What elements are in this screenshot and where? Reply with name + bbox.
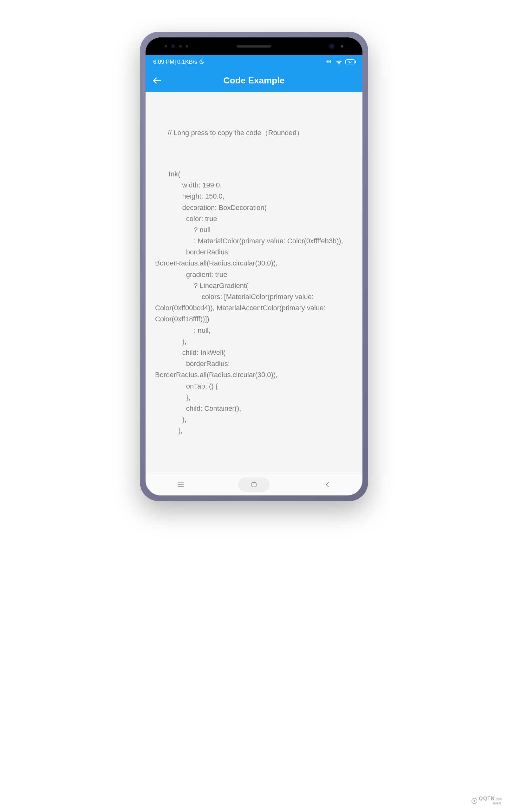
status-network-speed: 0.1KB/s xyxy=(177,59,197,65)
sensor-dot xyxy=(185,45,188,48)
dnd-moon-icon xyxy=(199,59,204,65)
watermark-text: QQTN xyxy=(479,796,495,801)
status-bar: 6:09 PM | 0.1KB/s xyxy=(145,55,363,69)
notch-area xyxy=(145,37,363,55)
screen: 6:09 PM | 0.1KB/s xyxy=(145,55,363,495)
page-title: Code Example xyxy=(223,76,285,86)
content-area[interactable]: // Long press to copy the code（Rounded） … xyxy=(145,92,363,473)
code-comment: // Long press to copy the code（Rounded） xyxy=(168,127,353,138)
status-separator: | xyxy=(175,59,177,65)
code-block[interactable]: // Long press to copy the code（Rounded） … xyxy=(155,105,353,459)
status-time: 6:09 PM xyxy=(153,59,174,65)
app-bar: Code Example xyxy=(145,69,363,92)
front-camera xyxy=(328,43,335,50)
status-left: 6:09 PM | 0.1KB/s xyxy=(153,59,204,65)
speaker-grille xyxy=(237,45,271,48)
watermark-logo-icon xyxy=(471,798,477,804)
phone-frame: 6:09 PM | 0.1KB/s xyxy=(140,32,368,501)
watermark-subtitle: 腾牛网 xyxy=(479,802,502,806)
battery-icon: 67 xyxy=(345,59,355,65)
code-text: Ink( width: 199.0, height: 150.0, decora… xyxy=(155,168,353,437)
front-sensor xyxy=(171,44,175,48)
nav-home-button[interactable] xyxy=(238,477,270,492)
battery-level: 67 xyxy=(348,60,352,64)
status-right: 67 xyxy=(326,59,355,65)
watermark-suffix: .com xyxy=(495,798,502,801)
nav-recents-button[interactable] xyxy=(168,477,194,492)
back-button[interactable] xyxy=(152,76,162,86)
svg-rect-4 xyxy=(252,482,256,487)
dual-sim-icon xyxy=(326,59,333,65)
phone-inner: 6:09 PM | 0.1KB/s xyxy=(145,37,363,495)
sensor-dot xyxy=(179,45,182,48)
navigation-bar xyxy=(145,473,363,495)
sensor-dot xyxy=(165,45,167,48)
nav-back-button[interactable] xyxy=(314,477,340,492)
sensor-dot xyxy=(341,45,343,48)
wifi-icon xyxy=(336,59,342,65)
watermark: QQTN.com 腾牛网 xyxy=(471,796,502,806)
